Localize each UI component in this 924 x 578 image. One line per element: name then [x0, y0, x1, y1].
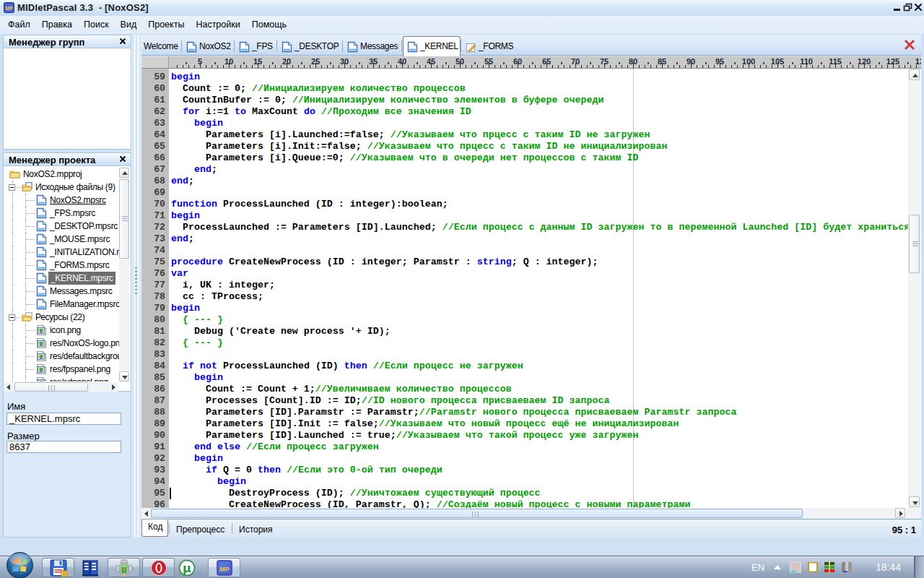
show-desktop-button[interactable]: [914, 556, 924, 578]
project-panel-close-icon[interactable]: [119, 155, 126, 163]
tab-sep: [461, 40, 461, 52]
field-input[interactable]: 8637: [6, 441, 121, 453]
editor-vertical-scrollbar[interactable]: [908, 69, 920, 508]
ruler-tick: [321, 65, 322, 68]
tree-item[interactable]: FileManager.mpsrc: [4, 298, 119, 311]
k: then: [344, 361, 367, 371]
tree-item[interactable]: Messages.mpsrc: [4, 285, 119, 298]
menu-7[interactable]: Помощь: [246, 16, 292, 34]
decoration: [22, 317, 32, 321]
menu-6[interactable]: Настройки: [190, 16, 245, 34]
tree-item-label: _INITIALIZATION.mpsrc: [50, 247, 119, 257]
ruler-tick: [685, 65, 686, 68]
close-document-icon[interactable]: [904, 39, 915, 51]
editor-scroll-up-icon[interactable]: [909, 69, 920, 80]
tree-item[interactable]: NoxOS2.mpproj: [4, 168, 119, 181]
menu-4[interactable]: Вид: [115, 16, 143, 34]
tree-horizontal-scrollbar[interactable]: [4, 382, 118, 392]
menu-1[interactable]: Файл: [2, 16, 36, 34]
field-input[interactable]: _KERNEL.mpsrc: [6, 413, 121, 425]
taskbar-icon-utorrent[interactable]: µ: [178, 558, 196, 577]
tab-desktop[interactable]: _DESKTOP: [278, 38, 342, 56]
tab-messages[interactable]: Messages: [344, 38, 401, 56]
tray-icon-4[interactable]: [841, 561, 853, 573]
bottom-tab-3[interactable]: История: [233, 521, 279, 538]
tray-icon-2[interactable]: [807, 561, 819, 573]
editor-scroll-down-icon[interactable]: [909, 496, 920, 507]
tree-scroll-right-icon[interactable]: [112, 384, 116, 390]
ruler-tick: [777, 63, 778, 68]
bottom-tab-1[interactable]: Код: [141, 519, 168, 537]
tree-item[interactable]: res/fpspanel.png: [4, 363, 119, 376]
tree-scroll-down-icon[interactable]: [119, 371, 129, 381]
tree-item[interactable]: _KERNEL.mpsrc: [4, 272, 119, 285]
tab-noxos2[interactable]: NoxOS2: [183, 38, 234, 56]
line-number: 60: [154, 83, 165, 95]
editor-scroll-left-icon[interactable]: [144, 511, 148, 517]
p: ProcessLaunched (ID): [217, 361, 344, 371]
ruler-mid: [186, 62, 187, 64]
clock[interactable]: 18:44: [876, 561, 901, 573]
ruler-tick: [327, 65, 328, 68]
tree-item[interactable]: _INITIALIZATION.mpsrc: [4, 246, 119, 259]
ruler-tick: [899, 65, 899, 68]
bottom-tab-2[interactable]: Препроцесс: [170, 521, 231, 538]
k: procedure: [171, 256, 223, 267]
close-button[interactable]: [913, 3, 923, 12]
editor-hscroll-thumb[interactable]: [151, 509, 803, 518]
midletpascal-icon: MP: [215, 558, 234, 577]
taskbar-button-midletpascal[interactable]: MP: [208, 558, 240, 577]
decoration: [84, 569, 89, 570]
tree-item[interactable]: _FORMS.mpsrc: [4, 259, 119, 272]
ruler-mid: [734, 62, 736, 64]
ruler-mid: [243, 62, 245, 64]
minimize-button[interactable]: [892, 3, 902, 12]
tree-scroll-thumb[interactable]: [119, 179, 129, 259]
taskbar-icon-book[interactable]: [81, 558, 100, 577]
tree-vertical-scrollbar[interactable]: [119, 168, 129, 381]
tray-icon-1[interactable]: [790, 561, 801, 573]
line-number: 88: [154, 407, 165, 418]
tree-item[interactable]: res/sdpanel.png: [4, 376, 119, 381]
editor-scroll-thumb[interactable]: [909, 215, 920, 273]
tab-forms[interactable]: _FORMS: [462, 38, 517, 56]
tree-item[interactable]: _FPS.mpsrc: [4, 207, 119, 220]
line-number: 75: [154, 256, 165, 268]
tree-item[interactable]: Исходные файлы (9): [4, 181, 119, 194]
editor-horizontal-scrollbar[interactable]: [141, 508, 921, 519]
tab-fps[interactable]: _FPS: [235, 38, 276, 56]
image-icon: [36, 324, 47, 336]
tree-collapse-icon[interactable]: [9, 184, 15, 191]
code-area[interactable]: begin Count := 0; //Инициализируем колич…: [169, 69, 908, 508]
restore-button[interactable]: [903, 3, 913, 12]
language-indicator[interactable]: EN: [751, 562, 764, 573]
editor-scroll-right-icon[interactable]: [895, 508, 905, 518]
p: Parameters [i].Launched:=false;: [171, 129, 391, 140]
sidebar-splitter[interactable]: [131, 35, 141, 538]
tab-kernel[interactable]: _KERNEL: [403, 36, 461, 56]
tree-item[interactable]: res/defaultbackground.png: [4, 350, 119, 363]
taskbar-button-floppy[interactable]: [42, 558, 74, 577]
tree-collapse-icon[interactable]: [9, 314, 15, 321]
tab-welcome[interactable]: Welcome: [141, 38, 181, 56]
groups-panel-close-icon[interactable]: [119, 38, 126, 45]
taskbar-button-battery-tool[interactable]: [108, 558, 140, 577]
menu-2[interactable]: Правка: [36, 16, 78, 34]
tree-hscroll-thumb[interactable]: [14, 382, 88, 392]
tree-item[interactable]: Ресурсы (22): [4, 311, 119, 324]
tray-expand-icon[interactable]: [774, 565, 781, 569]
tree-item[interactable]: NoxOS2.mpsrc: [4, 194, 119, 207]
tree-scroll-up-icon[interactable]: [119, 168, 129, 178]
tray-icon-3[interactable]: [824, 561, 835, 573]
tree-item[interactable]: _DESKTOP.mpsrc: [4, 220, 119, 233]
tree-item[interactable]: res/NoxOS-logo.png: [4, 337, 119, 350]
start-button[interactable]: [6, 552, 34, 578]
tree-scroll-left-icon[interactable]: [6, 384, 10, 390]
code-editor[interactable]: 5960616263646566676869707172737475767778…: [141, 69, 921, 508]
taskbar-button-opera[interactable]: [142, 558, 175, 577]
menu-5[interactable]: Проекты: [142, 16, 190, 34]
tree-item[interactable]: icon.png: [4, 324, 119, 337]
project-panel-body: NoxOS2.mpproj Исходные файлы (9) NoxOS2.…: [3, 166, 131, 392]
menu-3[interactable]: Поиск: [78, 16, 115, 34]
tree-item[interactable]: _MOUSE.mpsrc: [4, 233, 119, 246]
